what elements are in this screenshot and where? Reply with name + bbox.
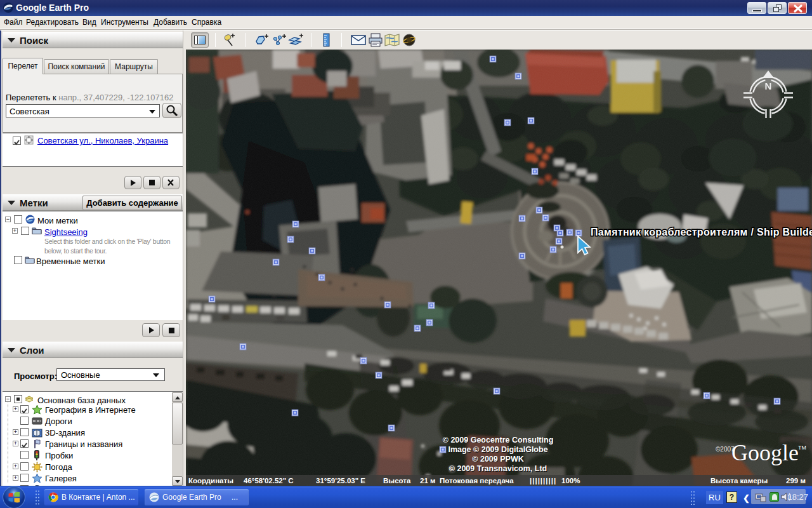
svg-text:© 2009 Transnavicom, Ltd: © 2009 Transnavicom, Ltd [449,464,547,473]
svg-text:Памятник кораблестроителям / S: Памятник кораблестроителям / Ship Builde… [591,227,812,237]
svg-text:TM: TM [798,444,806,451]
svg-text:Image © 2009 DigitalGlobe: Image © 2009 DigitalGlobe [448,445,547,454]
svg-text:© 2009 PPWK: © 2009 PPWK [472,455,523,464]
svg-text:N: N [765,81,772,91]
svg-text:Google: Google [731,440,799,465]
svg-text:© 2009 Geocentre Consulting: © 2009 Geocentre Consulting [443,436,554,444]
